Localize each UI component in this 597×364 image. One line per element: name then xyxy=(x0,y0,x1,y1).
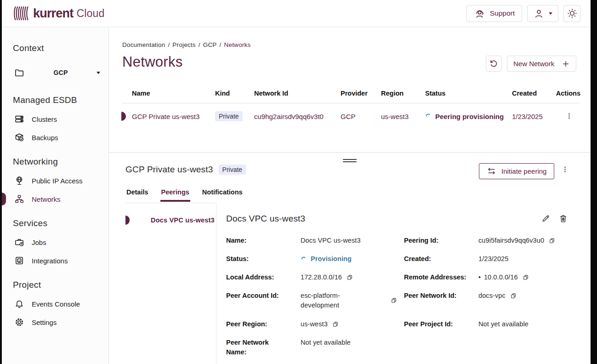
bell-icon xyxy=(14,298,25,309)
sidebar-item-label: Networks xyxy=(32,195,61,203)
new-network-button[interactable]: New Network xyxy=(507,56,576,72)
field-label: Local Address: xyxy=(226,273,301,282)
field-label: Created: xyxy=(404,254,478,264)
field-value: docs-vpc xyxy=(478,291,506,301)
copy-peer-account-id-button[interactable] xyxy=(390,297,398,304)
panel-tabs: Details Peerings Notifications xyxy=(125,188,244,202)
field-name: Name: Docs VPC us-west3 xyxy=(226,236,398,245)
logo-suffix-text: Cloud xyxy=(76,7,104,20)
tabs-divider xyxy=(125,203,216,203)
panel-kebab-menu-button[interactable] xyxy=(561,165,569,173)
field-remote-addresses: Remote Addresses: • 10.0.0.0/16 xyxy=(404,273,584,282)
sidebar-item-label: Backups xyxy=(32,134,58,142)
sidebar-item-backups[interactable]: Backups xyxy=(2,128,108,147)
section-managed-esdb: Managed ESDB Clusters xyxy=(2,95,108,147)
top-header: kurrent Cloud Support xyxy=(2,0,591,27)
selected-row-marker xyxy=(121,112,126,121)
field-label: Status: xyxy=(226,254,301,264)
tab-notifications[interactable]: Notifications xyxy=(201,188,244,202)
sidebar-item-clusters[interactable]: Clusters xyxy=(2,110,108,128)
sidebar-item-label: Public IP Access xyxy=(32,177,83,185)
outlet-icon xyxy=(14,255,25,266)
copy-peer-network-id-button[interactable] xyxy=(510,292,517,300)
refresh-button[interactable] xyxy=(486,56,502,72)
theme-toggle-button[interactable] xyxy=(563,5,580,22)
breadcrumb: Documentation/Projects/GCP/Networks xyxy=(122,41,250,48)
breadcrumb-documentation[interactable]: Documentation xyxy=(122,41,165,48)
sidebar-item-networks[interactable]: Networks xyxy=(2,190,108,208)
peering-list-item[interactable]: Docs VPC us-west3 xyxy=(109,216,215,224)
section-heading-project: Project xyxy=(13,280,108,290)
spinner-icon xyxy=(425,113,432,119)
network-tree-icon xyxy=(14,193,25,205)
edit-peering-button[interactable] xyxy=(540,213,552,224)
field-peer-network-id: Peer Network Id: docs-vpc xyxy=(404,291,584,301)
field-label: Peer Project Id: xyxy=(404,319,478,329)
plus-icon xyxy=(562,60,570,68)
breadcrumb-separator: / xyxy=(199,41,200,48)
tab-details[interactable]: Details xyxy=(125,188,149,202)
sidebar-item-label: Jobs xyxy=(32,239,46,246)
column-header-created: Created xyxy=(512,90,553,97)
context-value: GCP xyxy=(25,69,97,76)
delete-peering-button[interactable] xyxy=(557,213,569,224)
new-network-label: New Network xyxy=(513,60,554,68)
peering-detail-title: Docs VPC us-west3 xyxy=(226,214,534,224)
kind-badge: Private xyxy=(215,111,243,121)
section-networking: Networking Public IP Access xyxy=(2,157,108,208)
copy-peer-region-button[interactable] xyxy=(332,321,339,328)
breadcrumb-separator: / xyxy=(168,41,170,48)
field-label: Peer Account Id: xyxy=(226,291,301,301)
row-region: us-west3 xyxy=(381,113,425,120)
breadcrumb-gcp[interactable]: GCP xyxy=(203,41,217,48)
copy-local-address-button[interactable] xyxy=(346,274,353,281)
row-status: Peering provisioning xyxy=(425,113,512,120)
user-icon xyxy=(533,8,545,19)
breadcrumb-projects[interactable]: Projects xyxy=(172,41,195,48)
context-selector[interactable]: GCP xyxy=(14,66,100,80)
selected-peering-marker xyxy=(125,216,130,225)
column-header-actions: Actions xyxy=(553,90,580,97)
header-actions: Support xyxy=(466,5,580,22)
list-bullet: • xyxy=(478,273,481,282)
section-services: Services Jobs xyxy=(2,218,108,270)
sidebar-item-jobs[interactable]: Jobs xyxy=(2,233,108,251)
tab-peerings[interactable]: Peerings xyxy=(160,188,190,202)
section-heading-managed-esdb: Managed ESDB xyxy=(13,95,108,105)
trash-icon xyxy=(558,214,568,223)
sidebar-item-settings[interactable]: Settings xyxy=(2,313,108,331)
networks-table-header: Name Kind Network Id Provider Region Sta… xyxy=(122,87,580,103)
gear-icon xyxy=(14,317,25,328)
sidebar-item-events-console[interactable]: Events Console xyxy=(2,295,108,313)
row-actions-menu-button[interactable] xyxy=(564,111,574,121)
sidebar-item-public-ip-access[interactable]: Public IP Access xyxy=(2,171,108,190)
column-header-network-id: Network Id xyxy=(254,90,341,97)
field-value: us-west3 xyxy=(301,319,328,329)
field-value: cu9i5fairsdv9qq6v3u0 xyxy=(478,236,544,245)
chevron-down-icon xyxy=(549,12,552,15)
backups-icon xyxy=(14,132,25,143)
user-menu-button[interactable] xyxy=(527,5,558,22)
logo-stripes-icon xyxy=(13,6,29,21)
kurrent-cloud-logo[interactable]: kurrent Cloud xyxy=(13,6,105,21)
sidebar-item-integrations[interactable]: Integrations xyxy=(2,251,108,270)
support-button[interactable]: Support xyxy=(466,5,522,22)
network-table-row[interactable]: GCP Private us-west3 Private cu9hg2airsd… xyxy=(122,103,580,129)
field-value: 10.0.0.0/16 xyxy=(484,273,518,282)
copy-remote-addresses-button[interactable] xyxy=(522,274,529,281)
column-header-name: Name xyxy=(132,90,215,97)
field-peer-account-id: Peer Account Id: esc-platform-developmen… xyxy=(226,291,398,310)
field-local-address: Local Address: 172.28.0.0/16 xyxy=(226,273,398,282)
app-window: kurrent Cloud Support xyxy=(0,0,597,364)
field-peer-network-name: Peer Network Name: Not yet available xyxy=(226,338,398,357)
field-value: 1/23/2025 xyxy=(478,254,508,264)
logo-brand-text: kurrent xyxy=(33,6,73,21)
page-title: Networks xyxy=(122,54,183,70)
panel-drag-handle[interactable] xyxy=(343,158,357,164)
network-detail-panel: GCP Private us-west3 Private Initiate pe… xyxy=(109,152,591,364)
copy-peering-id-button[interactable] xyxy=(548,237,556,245)
field-label: Peering Id: xyxy=(404,236,478,245)
initiate-peering-button[interactable]: Initiate peering xyxy=(479,163,554,179)
field-status: Status: Provisioning xyxy=(226,254,398,264)
initiate-peering-label: Initiate peering xyxy=(501,167,546,175)
